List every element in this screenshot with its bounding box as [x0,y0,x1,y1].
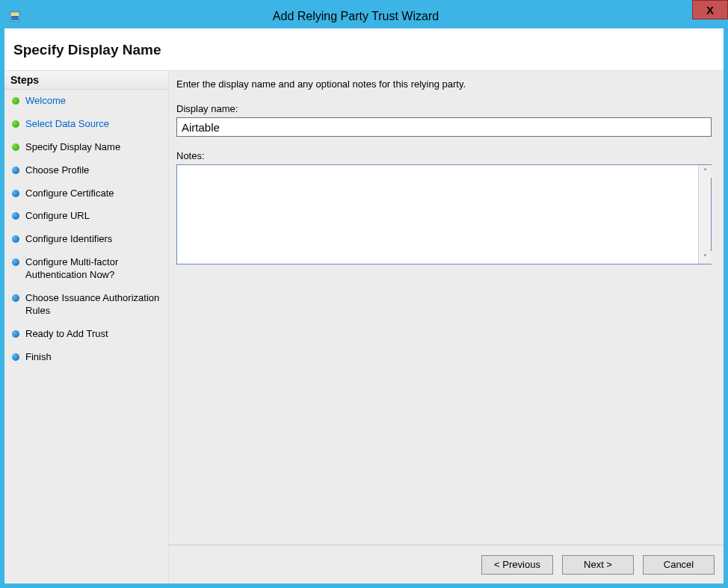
subtitle-bar: Specify Display Name [4,28,724,71]
steps-header: Steps [4,71,168,90]
step-bullet-icon [12,330,19,338]
step-bullet-icon [12,294,19,302]
next-button[interactable]: Next > [562,555,634,575]
notes-label: Notes: [176,150,712,161]
notes-block: Notes: ˄ ˅ [176,150,712,264]
wizard-body: Steps WelcomeSelect Data SourceSpecify D… [4,71,724,584]
step-label: Configure Certificate [25,188,114,200]
step-label: Choose Profile [25,164,89,177]
step-label: Configure URL [25,210,90,223]
step-bullet-icon [12,167,19,174]
step-bullet-icon [12,143,19,151]
step-label: Configure Multi-factor Authentication No… [25,256,161,282]
close-icon: X [706,4,714,16]
notes-scrollbar[interactable]: ˄ ˅ [698,165,711,264]
step-label: Select Data Source [25,118,109,131]
step-label: Ready to Add Trust [25,328,108,341]
step-label: Finish [25,351,52,364]
step-bullet-icon [12,190,19,197]
display-name-label: Display name: [176,103,712,114]
step-10: Finish [4,346,168,369]
window-title: Add Relying Party Trust Wizard [27,10,685,23]
step-label: Specify Display Name [25,141,120,154]
page-title: Specify Display Name [13,42,715,58]
step-1[interactable]: Select Data Source [4,113,168,136]
step-bullet-icon [12,235,19,243]
step-bullet-icon [12,97,19,105]
svg-rect-1 [11,13,19,15]
content-panel: Enter the display name and any optional … [169,71,724,584]
step-5: Configure URL [4,205,168,228]
display-name-input[interactable] [176,117,712,137]
wizard-window: Add Relying Party Trust Wizard X Specify… [0,0,728,588]
step-bullet-icon [12,120,19,128]
scroll-up-icon[interactable]: ˄ [699,165,712,178]
step-7: Configure Multi-factor Authentication No… [4,251,168,287]
notes-textarea[interactable] [177,165,698,264]
cancel-button[interactable]: Cancel [643,555,715,575]
step-bullet-icon [12,212,19,220]
svg-rect-2 [11,16,19,20]
step-2: Specify Display Name [4,136,168,159]
notes-textarea-wrap: ˄ ˅ [176,164,712,264]
steps-sidebar: Steps WelcomeSelect Data SourceSpecify D… [4,71,169,584]
previous-button[interactable]: < Previous [481,555,553,575]
step-9: Ready to Add Trust [4,323,168,346]
step-0[interactable]: Welcome [4,90,168,113]
button-row: < Previous Next > Cancel [169,545,724,584]
steps-list: WelcomeSelect Data SourceSpecify Display… [4,90,168,369]
close-button[interactable]: X [692,0,728,19]
scroll-down-icon[interactable]: ˅ [699,251,712,264]
step-label: Configure Identifiers [25,233,112,246]
app-icon [9,10,21,22]
titlebar: Add Relying Party Trust Wizard X [4,4,724,28]
step-label: Choose Issuance Authorization Rules [25,292,161,318]
step-4: Configure Certificate [4,182,168,205]
step-label: Welcome [25,95,66,108]
step-bullet-icon [12,353,19,361]
step-3: Choose Profile [4,159,168,182]
content-inner: Enter the display name and any optional … [169,71,724,545]
step-6: Configure Identifiers [4,228,168,251]
instruction-text: Enter the display name and any optional … [176,78,712,90]
step-8: Choose Issuance Authorization Rules [4,287,168,323]
step-bullet-icon [12,259,19,266]
